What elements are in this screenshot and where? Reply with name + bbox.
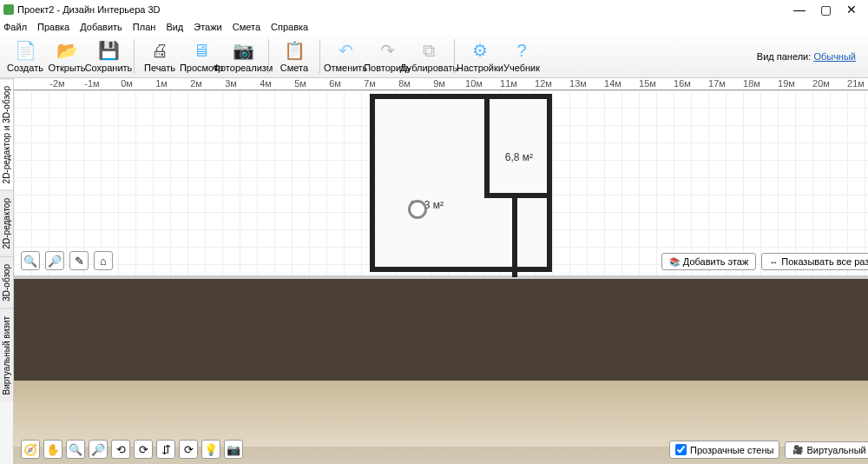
add-floor-button[interactable]: 📚 Добавить этаж: [661, 253, 756, 270]
orbit-icon[interactable]: 🧭: [21, 440, 40, 459]
menu-Файл[interactable]: Файл: [3, 22, 27, 32]
menu-Добавить[interactable]: Добавить: [80, 22, 122, 32]
show-all-sizes-button[interactable]: ↔ Показывать все размеры: [761, 253, 868, 270]
tool-Сохранить[interactable]: 💾Сохранить: [89, 39, 128, 73]
rotate-left-icon[interactable]: ⟲: [111, 440, 130, 459]
menu-Смета[interactable]: Смета: [233, 22, 260, 32]
app-icon: [3, 4, 14, 15]
left-tab-2[interactable]: 3D-обзор: [0, 256, 13, 308]
maximize-button[interactable]: ▢: [812, 1, 838, 18]
zoom-in-button[interactable]: 🔍: [21, 251, 40, 270]
left-tab-1[interactable]: 2D-редактор: [0, 190, 13, 256]
transparent-walls-checkbox[interactable]: Прозрачные стены: [669, 441, 779, 459]
zoom-out-button[interactable]: 🔎: [45, 251, 64, 270]
home-icon[interactable]: ⌂: [94, 251, 113, 270]
reset-icon[interactable]: ⟳: [179, 440, 198, 459]
pan-icon[interactable]: ✋: [43, 440, 62, 459]
tool-Печать[interactable]: 🖨Печать: [140, 39, 180, 73]
tool-Открыть[interactable]: 📂Открыть: [47, 39, 87, 73]
tool-Смета[interactable]: 📋Смета: [274, 39, 314, 73]
menu-План[interactable]: План: [133, 22, 156, 32]
panel-mode-link[interactable]: Обычный: [813, 51, 856, 62]
main-toolbar: 📄Создать📂Открыть💾Сохранить🖨Печать🖥Просмо…: [0, 35, 868, 78]
menu-Вид[interactable]: Вид: [166, 22, 183, 32]
left-tab-0[interactable]: 2D-редактор и 3D-обзор: [0, 78, 13, 190]
rotate-right-icon[interactable]: ⟳: [134, 440, 153, 459]
window-title: Проект2 - Дизайн Интерьера 3D: [17, 4, 161, 15]
menu-Этажи[interactable]: Этажи: [194, 22, 221, 32]
zoom-in-3d-button[interactable]: 🔍: [66, 440, 85, 459]
camera-icon[interactable]: 📷: [224, 440, 243, 459]
light-icon[interactable]: 💡: [201, 440, 220, 459]
zoom-out-3d-button[interactable]: 🔎: [89, 440, 108, 459]
close-button[interactable]: ✕: [838, 1, 865, 18]
minimize-button[interactable]: —: [786, 1, 812, 18]
ruler-horizontal: -2м-1м0м1м2м3м4м5м6м7м8м9м10м11м12м13м14…: [14, 78, 868, 90]
view-3d[interactable]: 🧭 ✋ 🔍 🔎 ⟲ ⟳ ⇵ ⟳ 💡 📷 Прозрачные стены 🎥 В…: [14, 279, 868, 464]
left-view-tabs: 2D-редактор и 3D-обзор2D-редактор3D-обзо…: [0, 78, 14, 464]
tool-Отменить[interactable]: ↶Отменить: [326, 39, 365, 73]
left-tab-3[interactable]: Виртуальный визит: [0, 308, 13, 402]
panel-mode-label: Вид панели: Обычный: [757, 51, 863, 62]
virtual-visit-button[interactable]: 🎥 Виртуальный визит: [785, 441, 868, 459]
tool-Настройки[interactable]: ⚙Настройки: [460, 39, 500, 73]
tool-Фотореализм[interactable]: 📷Фотореализм: [223, 39, 263, 73]
tool-Учебник[interactable]: ?Учебник: [502, 39, 542, 73]
menu-Справка[interactable]: Справка: [271, 22, 308, 32]
view-2d[interactable]: 16,3 м² 6,8 м² 🔍 🔎 ✎ ⌂ 📚 Добавить этаж ↔…: [14, 90, 868, 275]
room-area-small: 6,8 м²: [505, 151, 533, 163]
titlebar: Проект2 - Дизайн Интерьера 3D — ▢ ✕: [0, 0, 868, 19]
pencil-icon[interactable]: ✎: [69, 251, 89, 270]
view2d-toolbar: 🔍 🔎 ✎ ⌂: [21, 251, 113, 270]
floorplan[interactable]: 16,3 м² 6,8 м²: [370, 94, 552, 272]
flip-icon[interactable]: ⇵: [156, 440, 175, 459]
menubar: ФайлПравкаДобавитьПланВидЭтажиСметаСправ…: [0, 19, 868, 35]
view3d-toolbar: 🧭 ✋ 🔍 🔎 ⟲ ⟳ ⇵ ⟳ 💡 📷: [21, 440, 243, 459]
tool-Создать[interactable]: 📄Создать: [5, 39, 45, 73]
menu-Правка[interactable]: Правка: [37, 22, 69, 32]
tool-Дублировать[interactable]: ⧉Дублировать: [409, 39, 449, 73]
